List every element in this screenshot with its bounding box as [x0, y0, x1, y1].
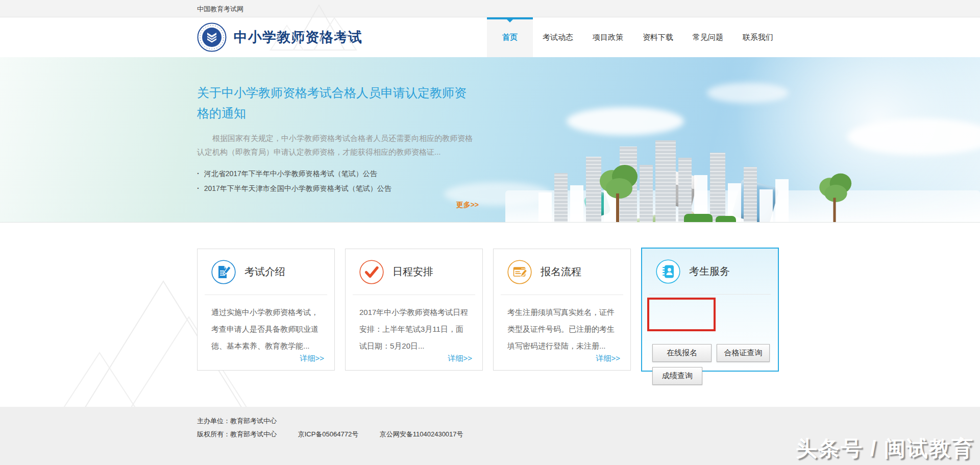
news-item[interactable]: 2017年下半年天津市全国中小学教师资格考试（笔试）公告 [197, 181, 479, 196]
exam-intro-icon [211, 260, 236, 284]
card-exam-intro: 考试介绍 通过实施中小学教师资格考试，考查申请人是否具备教师职业道德、基本素养、… [197, 249, 335, 371]
banner-title[interactable]: 关于中小学教师资格考试合格人员申请认定教师资格的通知 [197, 83, 475, 124]
registration-form-icon [507, 260, 532, 284]
nav-item-downloads[interactable]: 资料下载 [633, 17, 683, 57]
card-body-text: 通过实施中小学教师资格考试，考查申请人是否具备教师职业道德、基本素养、教育教学能… [198, 295, 334, 354]
cloud [567, 107, 684, 135]
footer-police-record: 京公网安备110402430017号 [380, 430, 463, 438]
service-buttons: 在线报名 合格证查询 成绩查询 [642, 326, 778, 385]
divider [649, 294, 771, 295]
hero-banner: 关于中小学教师资格考试合格人员申请认定教师资格的通知 根据国家有关规定，中小学教… [0, 57, 980, 223]
nav-label: 资料下载 [643, 33, 673, 42]
banner-paragraph: 根据国家有关规定，中小学教师资格考试合格者人员还需要向相应的教师资格认定机构（即… [197, 131, 479, 159]
site-network-name: 中国教育考试网 [197, 5, 243, 13]
brand[interactable]: 中小学教师资格考试 [197, 22, 362, 52]
tree [595, 161, 641, 222]
schedule-check-icon [359, 260, 384, 284]
footer-copyright-line: 版权所有：教育部考试中心 京ICP备05064772号 京公网安备1104024… [197, 428, 783, 441]
candidate-service-icon [656, 259, 680, 284]
detail-link[interactable]: 详细>> [300, 354, 324, 363]
news-item[interactable]: 河北省2017年下半年中小学教师资格考试（笔试）公告 [197, 166, 479, 181]
card-title: 考生服务 [689, 264, 730, 278]
bush [684, 214, 713, 222]
watermark-text: 头条号 / 闽试教育 [796, 434, 974, 463]
cards-section: 考试介绍 通过实施中小学教师资格考试，考查申请人是否具备教师职业道德、基本素养、… [0, 223, 980, 407]
bush [716, 216, 736, 222]
card-title: 日程安排 [393, 265, 433, 279]
certificate-query-button[interactable]: 合格证查询 [717, 344, 770, 362]
banner-news-list: 河北省2017年下半年中小学教师资格考试（笔试）公告 2017年下半年天津市全国… [197, 166, 479, 196]
card-title: 报名流程 [541, 265, 581, 279]
nav-label: 项目政策 [593, 33, 623, 42]
nav-label: 联系我们 [743, 33, 773, 42]
card-body-text: 2017年中小学教师资格考试日程安排：上半年笔试3月11日，面试日期：5月20日… [346, 295, 482, 354]
more-link[interactable]: 更多>> [197, 201, 479, 210]
detail-link[interactable]: 详细>> [596, 354, 620, 363]
nav-item-home[interactable]: 首页 [487, 17, 533, 57]
cloud [847, 118, 980, 155]
detail-link[interactable]: 详细>> [448, 354, 472, 363]
header: 中小学教师资格考试 首页 考试动态 项目政策 资料下载 常见问题 [0, 17, 980, 57]
nav-label: 常见问题 [693, 33, 723, 42]
nav-item-contact[interactable]: 联系我们 [733, 17, 783, 57]
cloud [707, 83, 789, 103]
footer: 主办单位：教育部考试中心 版权所有：教育部考试中心 京ICP备05064772号… [0, 407, 980, 465]
score-query-button[interactable]: 成绩查询 [652, 367, 702, 385]
nav-item-exam-news[interactable]: 考试动态 [533, 17, 583, 57]
site-title: 中小学教师资格考试 [234, 28, 362, 46]
city-skyline [538, 140, 789, 222]
nav-item-faq[interactable]: 常见问题 [683, 17, 733, 57]
online-register-button[interactable]: 在线报名 [652, 344, 712, 362]
highlight-red-box [647, 298, 716, 331]
card-title: 考试介绍 [244, 265, 285, 279]
card-schedule: 日程安排 2017年中小学教师资格考试日程安排：上半年笔试3月11日，面试日期：… [345, 249, 483, 371]
tree [815, 170, 854, 222]
card-registration-process: 报名流程 考生注册须填写真实姓名，证件类型及证件号码。已注册的考生填写密码进行登… [493, 249, 631, 371]
card-candidate-service: 考生服务 在线报名 合格证查询 成绩查询 [641, 248, 779, 372]
footer-copyright: 版权所有：教育部考试中心 [197, 430, 277, 438]
page: 中国教育考试网 中小学教师资格考试 [0, 0, 980, 465]
nav-label: 首页 [502, 33, 518, 42]
nav-item-project-policy[interactable]: 项目政策 [583, 17, 633, 57]
footer-organizer: 主办单位：教育部考试中心 [197, 414, 783, 428]
main-nav: 首页 考试动态 项目政策 资料下载 常见问题 联系我们 [487, 17, 783, 57]
active-tab-indicator [487, 17, 533, 19]
site-logo-icon [197, 22, 227, 52]
topbar: 中国教育考试网 [0, 0, 980, 17]
footer-icp: 京ICP备05064772号 [298, 430, 359, 438]
nav-label: 考试动态 [543, 33, 573, 42]
card-body-text: 考生注册须填写真实姓名，证件类型及证件号码。已注册的考生填写密码进行登陆，未注册… [494, 295, 630, 354]
